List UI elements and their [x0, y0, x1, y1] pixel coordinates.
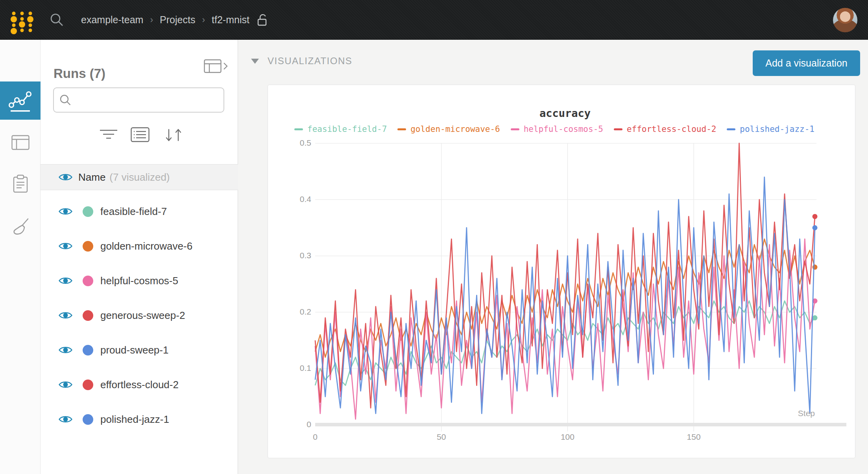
visibility-eye-icon[interactable] — [58, 206, 73, 217]
y-tick-label: 0.4 — [272, 194, 311, 204]
section-title: VISUALIZATIONS — [268, 56, 352, 67]
sweeps-broom-icon[interactable] — [0, 213, 41, 241]
run-name: polished-jazz-1 — [100, 413, 169, 426]
run-row[interactable]: effortless-cloud-2 — [41, 367, 238, 402]
runs-search-box — [53, 87, 224, 113]
y-tick-label: 0.3 — [272, 251, 311, 260]
y-tick-label: 0.5 — [272, 138, 311, 148]
filter-icon[interactable] — [100, 127, 118, 141]
table-tab-icon[interactable] — [0, 131, 41, 154]
run-name: helpful-cosmos-5 — [100, 275, 178, 287]
search-icon[interactable] — [50, 13, 64, 27]
collapse-triangle-icon — [251, 59, 259, 64]
y-tick-label: 0.1 — [272, 363, 311, 373]
y-tick-label: 0.2 — [272, 307, 311, 317]
x-tick-label: 50 — [424, 432, 459, 442]
runs-panel-title: Runs (7) — [54, 66, 105, 81]
wandb-logo-dots — [7, 0, 46, 40]
run-color-dot — [83, 276, 93, 286]
runs-toolbar — [41, 119, 238, 164]
run-color-dot — [83, 206, 93, 217]
main-content: VISUALIZATIONS Add a visualization accur… — [238, 40, 868, 474]
run-row[interactable]: polished-jazz-1 — [41, 402, 238, 437]
series-endpoint-polished-jazz-1 — [813, 225, 818, 230]
run-row[interactable]: generous-sweep-2 — [41, 298, 238, 333]
visibility-eye-icon[interactable] — [58, 276, 73, 286]
charts-tab-active[interactable] — [0, 81, 41, 120]
series-endpoint-golden-microwave-6 — [813, 265, 818, 270]
x-tick-label: 0 — [297, 432, 333, 442]
group-list-icon[interactable] — [131, 127, 150, 142]
breadcrumb-separator: › — [150, 15, 153, 25]
expand-runs-table-icon[interactable] — [204, 58, 228, 74]
runs-name-header-row: Name (7 visualized) — [41, 164, 238, 190]
run-color-dot — [83, 414, 93, 425]
visibility-eye-icon[interactable] — [58, 241, 73, 251]
breadcrumb-projects[interactable]: Projects — [160, 14, 195, 26]
wandb-logo[interactable] — [7, 0, 46, 40]
visibility-eye-icon[interactable] — [58, 380, 73, 390]
run-color-dot — [83, 310, 93, 321]
run-name: generous-sweep-2 — [100, 309, 185, 322]
y-tick-label: 0 — [272, 420, 311, 429]
left-nav-rail: i — [0, 40, 41, 474]
name-column-header: Name — [78, 171, 105, 183]
series-endpoint-feasible-field-7 — [813, 315, 818, 320]
sort-icon[interactable] — [163, 127, 184, 143]
run-row[interactable]: helpful-cosmos-5 — [41, 263, 238, 298]
runs-panel: Runs (7) — [41, 40, 238, 474]
add-visualization-button[interactable]: Add a visualization — [753, 50, 860, 76]
accuracy-line-chart[interactable] — [268, 85, 856, 459]
run-name: proud-sweep-1 — [100, 344, 168, 356]
run-name: golden-microwave-6 — [100, 240, 192, 252]
avatar[interactable] — [833, 8, 857, 32]
run-row[interactable]: golden-microwave-6 — [41, 229, 238, 263]
run-color-dot — [83, 380, 93, 390]
runs-search-input[interactable] — [75, 90, 223, 110]
breadcrumb-project-name[interactable]: tf2-mnist — [212, 14, 249, 26]
visualized-count: (7 visualized) — [109, 171, 170, 183]
breadcrumb-separator: › — [202, 15, 205, 25]
search-icon — [59, 94, 71, 106]
run-row[interactable]: proud-sweep-1 — [41, 333, 238, 367]
visibility-eye-icon[interactable] — [58, 172, 73, 182]
line-chart-icon — [0, 81, 41, 120]
run-color-dot — [83, 345, 93, 356]
run-name: feasible-field-7 — [100, 206, 167, 218]
unlock-icon[interactable] — [257, 13, 269, 27]
x-tick-label: 150 — [676, 432, 711, 442]
x-axis-label: Step — [736, 409, 815, 418]
run-name: effortless-cloud-2 — [100, 379, 179, 391]
run-list: feasible-field-7 golden-microwave-6 help… — [41, 190, 238, 437]
visibility-eye-icon[interactable] — [58, 414, 73, 424]
breadcrumb-team[interactable]: example-team — [81, 14, 143, 26]
series-line-polished-jazz-1 — [315, 177, 815, 414]
series-endpoint-effortless-cloud-2 — [813, 214, 818, 219]
run-row[interactable]: feasible-field-7 — [41, 194, 238, 229]
visualizations-section-toggle[interactable]: VISUALIZATIONS — [251, 56, 352, 67]
accuracy-chart-panel: accuracy feasible-field-7golden-microwav… — [268, 85, 855, 458]
x-tick-label: 100 — [550, 432, 585, 442]
notes-clipboard-icon[interactable] — [0, 171, 41, 196]
visibility-eye-icon[interactable] — [58, 345, 73, 355]
topbar: example-team › Projects › tf2-mnist — [0, 0, 868, 40]
visibility-eye-icon[interactable] — [58, 310, 73, 320]
breadcrumb: example-team › Projects › tf2-mnist — [81, 0, 269, 40]
run-color-dot — [83, 241, 93, 252]
